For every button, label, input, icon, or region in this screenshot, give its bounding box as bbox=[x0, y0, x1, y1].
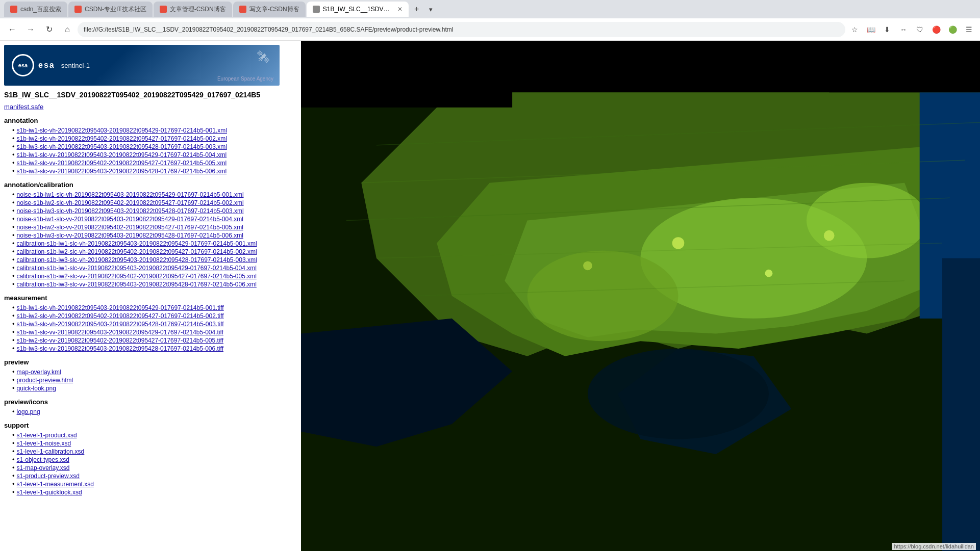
tab-favicon-csdn-wz bbox=[160, 6, 167, 13]
list-item: calibration-s1b-iw1-slc-vv-20190822t0954… bbox=[12, 264, 297, 272]
preview-icons-link-1[interactable]: logo.png bbox=[17, 408, 40, 415]
preview-icons-list: logo.png bbox=[4, 408, 297, 415]
reader-view-button[interactable]: 📖 bbox=[864, 22, 878, 37]
back-button[interactable]: ← bbox=[4, 21, 20, 38]
preview-link-2[interactable]: product-preview.html bbox=[17, 377, 73, 384]
tab-close-s1b[interactable]: ✕ bbox=[397, 6, 403, 13]
annotation-link-2[interactable]: s1b-iw2-slc-vh-20190822t095402-20190822t… bbox=[17, 135, 227, 142]
bookmark-star-button[interactable]: ☆ bbox=[847, 22, 862, 37]
preview-link-3[interactable]: quick-look.png bbox=[17, 385, 56, 392]
measurement-link-2[interactable]: s1b-iw2-slc-vh-20190822t095402-20190822t… bbox=[17, 312, 224, 320]
list-item: s1b-iw2-slc-vv-20190822t095402-20190822t… bbox=[12, 336, 297, 344]
tab-label-csdn-write: 写文章-CSDN博客 bbox=[249, 5, 299, 14]
calibration-link-1[interactable]: calibration-s1b-iw1-slc-vh-20190822t0954… bbox=[17, 240, 257, 247]
svg-rect-23 bbox=[829, 41, 980, 92]
calibration-link-3[interactable]: calibration-s1b-iw3-slc-vh-20190822t0954… bbox=[17, 256, 257, 264]
preview-link-1[interactable]: map-overlay.kml bbox=[17, 369, 61, 376]
list-item: noise-s1b-iw3-slc-vh-20190822t095403-201… bbox=[12, 207, 297, 215]
tab-s1b[interactable]: S1B_IW_SLC__1SDV_201 ✕ bbox=[307, 2, 409, 17]
preview-image-panel: https://blog.csdn.net/lidahuilidan bbox=[301, 41, 980, 551]
list-item: s1-level-1-product.xsd bbox=[12, 431, 297, 439]
support-link-6[interactable]: s1-product-preview.xsd bbox=[17, 473, 80, 480]
calibration-link-5[interactable]: calibration-s1b-iw2-slc-vv-20190822t0954… bbox=[17, 273, 257, 280]
noise-link-3[interactable]: noise-s1b-iw3-slc-vh-20190822t095403-201… bbox=[17, 207, 244, 215]
satellite-preview-image bbox=[301, 41, 980, 551]
extension2-button[interactable]: 🟢 bbox=[945, 22, 960, 37]
browser-chrome: csdn_百度搜索 CSDN-专业IT技术社区 文章管理-CSDN博客 写文章-… bbox=[0, 0, 980, 41]
tab-csdn-wz[interactable]: 文章管理-CSDN博客 bbox=[154, 2, 232, 17]
list-item: calibration-s1b-iw1-slc-vh-20190822t0954… bbox=[12, 240, 297, 247]
list-item: s1-object-types.xsd bbox=[12, 456, 297, 463]
tab-overflow-button[interactable]: ▾ bbox=[425, 3, 437, 15]
annotation-link-4[interactable]: s1b-iw1-slc-vv-20190822t095403-20190822t… bbox=[17, 151, 227, 159]
annotation-link-3[interactable]: s1b-iw3-slc-vh-20190822t095403-20190822t… bbox=[17, 143, 227, 150]
new-tab-button[interactable]: + bbox=[410, 2, 424, 16]
tab-label-csdn-it: CSDN-专业IT技术社区 bbox=[85, 5, 146, 14]
list-item: s1b-iw1-slc-vv-20190822t095403-20190822t… bbox=[12, 151, 297, 159]
list-item: quick-look.png bbox=[12, 384, 297, 392]
extension1-button[interactable]: 🔴 bbox=[929, 22, 943, 37]
support-title: support bbox=[4, 422, 297, 429]
tab-csdn-baidu[interactable]: csdn_百度搜索 bbox=[4, 2, 67, 17]
manifest-link[interactable]: manifest.safe bbox=[4, 103, 43, 111]
calibration-link-4[interactable]: calibration-s1b-iw1-slc-vv-20190822t0954… bbox=[17, 265, 257, 272]
address-bar[interactable]: file:///G:/test/S1B_IW_SLC__1SDV_2019082… bbox=[78, 22, 845, 37]
list-item: s1b-iw2-slc-vh-20190822t095402-20190822t… bbox=[12, 312, 297, 320]
annotation-calibration-title: annotation/calibration bbox=[4, 181, 297, 189]
measurement-link-4[interactable]: s1b-iw1-slc-vv-20190822t095403-20190822t… bbox=[17, 329, 223, 336]
annotation-link-5[interactable]: s1b-iw2-slc-vv-20190822t095402-20190822t… bbox=[17, 160, 227, 167]
nav-bar: ← → ↻ ⌂ file:///G:/test/S1B_IW_SLC__1SDV… bbox=[0, 18, 980, 41]
status-bar-url: https://blog.csdn.net/lidahuilidan bbox=[892, 543, 976, 550]
noise-link-1[interactable]: noise-s1b-iw1-slc-vh-20190822t095403-201… bbox=[17, 191, 244, 198]
page-content: esa esa sentinel-1 🛰 European Space Agen… bbox=[0, 41, 301, 551]
annotation-list: s1b-iw1-slc-vh-20190822t095403-20190822t… bbox=[4, 126, 297, 175]
measurement-link-1[interactable]: s1b-iw1-slc-vh-20190822t095403-20190822t… bbox=[17, 304, 224, 311]
list-item: calibration-s1b-iw3-slc-vh-20190822t0954… bbox=[12, 256, 297, 264]
svg-point-19 bbox=[583, 261, 592, 270]
satellite-icon: 🛰 bbox=[257, 50, 269, 64]
list-item: s1-product-preview.xsd bbox=[12, 472, 297, 480]
container-button[interactable]: 🛡 bbox=[913, 22, 927, 37]
annotation-link-6[interactable]: s1b-iw3-slc-vv-20190822t095403-20190822t… bbox=[17, 168, 227, 175]
support-link-8[interactable]: s1-level-1-quicklook.xsd bbox=[17, 489, 82, 496]
preview-icons-title: preview/icons bbox=[4, 398, 297, 406]
list-item: s1-map-overlay.xsd bbox=[12, 464, 297, 471]
noise-link-6[interactable]: noise-s1b-iw3-slc-vv-20190822t095403-201… bbox=[17, 232, 243, 239]
measurement-link-6[interactable]: s1b-iw3-slc-vv-20190822t095403-20190822t… bbox=[17, 345, 223, 352]
support-link-7[interactable]: s1-level-1-measurement.xsd bbox=[17, 481, 94, 488]
tab-csdn-it[interactable]: CSDN-专业IT技术社区 bbox=[68, 2, 153, 17]
measurement-link-5[interactable]: s1b-iw2-slc-vv-20190822t095402-20190822t… bbox=[17, 337, 223, 344]
list-item: s1-level-1-calibration.xsd bbox=[12, 448, 297, 455]
list-item: s1-level-1-quicklook.xsd bbox=[12, 488, 297, 496]
reload-button[interactable]: ↻ bbox=[41, 21, 57, 38]
menu-button[interactable]: ☰ bbox=[962, 22, 976, 37]
measurement-link-3[interactable]: s1b-iw3-slc-vh-20190822t095403-20190822t… bbox=[17, 321, 224, 328]
noise-link-2[interactable]: noise-s1b-iw2-slc-vh-20190822t095402-201… bbox=[17, 199, 244, 206]
svg-point-17 bbox=[672, 237, 685, 249]
annotation-title: annotation bbox=[4, 117, 297, 124]
support-link-2[interactable]: s1-level-1-noise.xsd bbox=[17, 440, 71, 447]
home-button[interactable]: ⌂ bbox=[59, 21, 76, 38]
list-item: s1b-iw1-slc-vh-20190822t095403-20190822t… bbox=[12, 126, 297, 134]
list-item: s1b-iw2-slc-vh-20190822t095402-20190822t… bbox=[12, 135, 297, 142]
support-link-4[interactable]: s1-object-types.xsd bbox=[17, 456, 69, 463]
sync-button[interactable]: ↔ bbox=[896, 22, 911, 37]
noise-link-4[interactable]: noise-s1b-iw1-slc-vv-20190822t095403-201… bbox=[17, 216, 243, 223]
calibration-link-2[interactable]: calibration-s1b-iw2-slc-vh-20190822t0954… bbox=[17, 248, 257, 255]
annotation-link-1[interactable]: s1b-iw1-slc-vh-20190822t095403-20190822t… bbox=[17, 127, 227, 134]
list-item: noise-s1b-iw2-slc-vh-20190822t095402-201… bbox=[12, 199, 297, 206]
list-item: calibration-s1b-iw3-slc-vv-20190822t0954… bbox=[12, 280, 297, 288]
calibration-link-6[interactable]: calibration-s1b-iw3-slc-vv-20190822t0954… bbox=[17, 281, 257, 288]
annotation-calibration-list: noise-s1b-iw1-slc-vh-20190822t095403-201… bbox=[4, 191, 297, 288]
forward-button[interactable]: → bbox=[22, 21, 39, 38]
svg-point-20 bbox=[824, 230, 835, 241]
noise-link-5[interactable]: noise-s1b-iw2-slc-vv-20190822t095402-201… bbox=[17, 224, 243, 231]
esa-logo-circle: esa bbox=[12, 54, 34, 76]
tab-favicon-csdn-write bbox=[239, 6, 246, 13]
list-item: s1b-iw3-slc-vv-20190822t095403-20190822t… bbox=[12, 167, 297, 175]
pocket-button[interactable]: ⬇ bbox=[880, 22, 894, 37]
tab-csdn-write[interactable]: 写文章-CSDN博客 bbox=[233, 2, 306, 17]
support-link-3[interactable]: s1-level-1-calibration.xsd bbox=[17, 448, 85, 455]
support-link-5[interactable]: s1-map-overlay.xsd bbox=[17, 464, 70, 471]
support-link-1[interactable]: s1-level-1-product.xsd bbox=[17, 432, 77, 439]
